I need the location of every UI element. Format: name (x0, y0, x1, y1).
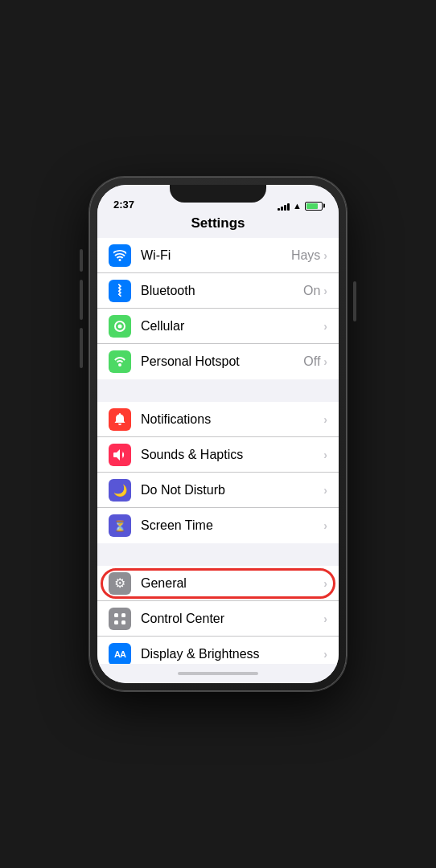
notifications-icon (109, 408, 131, 431)
phone-frame: 2:37 ▲ Settings (89, 177, 347, 691)
dnd-label: Do Not Disturb (141, 483, 323, 497)
svg-rect-3 (121, 613, 125, 617)
cellular-chevron: › (323, 320, 327, 333)
wifi-status-icon: ▲ (293, 201, 302, 211)
settings-row-bluetooth[interactable]: ⦚ Bluetooth On › (97, 273, 339, 309)
section-divider-1 (97, 379, 339, 402)
bluetooth-chevron: › (323, 285, 327, 297)
controlcenter-label: Control Center (141, 612, 323, 626)
dnd-chevron: › (323, 484, 327, 497)
hotspot-icon (109, 350, 131, 373)
screentime-chevron: › (323, 519, 327, 532)
battery-icon (305, 202, 323, 211)
hotspot-value: Off (303, 354, 320, 369)
settings-group-connectivity: Wi-Fi Hays › ⦚ Bluetooth On › (97, 238, 339, 379)
bluetooth-value: On (303, 284, 320, 298)
phone-screen: 2:37 ▲ Settings (97, 185, 339, 683)
signal-icon (278, 202, 290, 211)
general-chevron: › (323, 577, 327, 590)
settings-row-dnd[interactable]: 🌙 Do Not Disturb › (97, 473, 339, 508)
settings-list[interactable]: Wi-Fi Hays › ⦚ Bluetooth On › (97, 238, 339, 664)
page-title-bar: Settings (97, 214, 339, 238)
power-button (353, 281, 356, 321)
display-chevron: › (323, 648, 327, 661)
svg-rect-5 (121, 620, 125, 624)
wifi-label: Wi-Fi (141, 248, 291, 263)
notch (170, 185, 266, 203)
settings-group-notifications: Notifications › Sounds & Haptics › (97, 402, 339, 543)
mute-button (80, 249, 83, 272)
svg-point-1 (118, 324, 122, 328)
settings-row-sounds[interactable]: Sounds & Haptics › (97, 437, 339, 473)
volume-down-button (80, 328, 83, 368)
cellular-icon (109, 315, 131, 338)
home-indicator[interactable] (97, 664, 339, 683)
hotspot-label: Personal Hotspot (141, 354, 303, 369)
section-connectivity: Wi-Fi Hays › ⦚ Bluetooth On › (97, 238, 339, 379)
wifi-icon (109, 244, 131, 267)
bluetooth-icon: ⦚ (109, 280, 131, 302)
sounds-chevron: › (323, 448, 327, 461)
settings-row-wifi[interactable]: Wi-Fi Hays › (97, 238, 339, 273)
bluetooth-label: Bluetooth (141, 284, 303, 298)
display-label: Display & Brightness (141, 647, 323, 661)
settings-row-notifications[interactable]: Notifications › (97, 402, 339, 437)
section-divider-2 (97, 543, 339, 566)
display-icon: AA (109, 643, 131, 665)
settings-row-general[interactable]: ⚙ General › (97, 566, 339, 601)
hotspot-chevron: › (323, 355, 327, 368)
sounds-icon (109, 444, 131, 466)
settings-group-system: ⚙ General › (97, 566, 339, 664)
wifi-chevron: › (323, 249, 327, 262)
section-system: ⚙ General › (97, 566, 339, 664)
general-icon: ⚙ (109, 572, 131, 595)
settings-row-display[interactable]: AA Display & Brightness › (97, 637, 339, 664)
home-bar (178, 672, 258, 675)
volume-up-button (80, 280, 83, 320)
cellular-label: Cellular (141, 319, 320, 334)
section-notifications: Notifications › Sounds & Haptics › (97, 402, 339, 543)
svg-rect-4 (114, 620, 118, 624)
settings-row-controlcenter[interactable]: Control Center › (97, 601, 339, 637)
dnd-icon: 🌙 (109, 479, 131, 502)
notifications-label: Notifications (141, 412, 323, 427)
wifi-value: Hays (291, 248, 320, 263)
general-label: General (141, 576, 323, 591)
controlcenter-icon (109, 608, 131, 630)
right-buttons (353, 281, 356, 321)
settings-row-hotspot[interactable]: Personal Hotspot Off › (97, 344, 339, 379)
notifications-chevron: › (323, 413, 327, 426)
page-title: Settings (97, 215, 339, 231)
svg-rect-2 (114, 613, 118, 617)
settings-row-screentime[interactable]: ⏳ Screen Time › (97, 508, 339, 543)
controlcenter-chevron: › (323, 612, 327, 625)
screentime-label: Screen Time (141, 518, 323, 533)
sounds-label: Sounds & Haptics (141, 448, 323, 462)
screentime-icon: ⏳ (109, 514, 131, 537)
settings-row-cellular[interactable]: Cellular › (97, 309, 339, 344)
left-buttons (80, 249, 83, 368)
status-icons: ▲ (278, 201, 323, 211)
status-time: 2:37 (113, 199, 134, 211)
